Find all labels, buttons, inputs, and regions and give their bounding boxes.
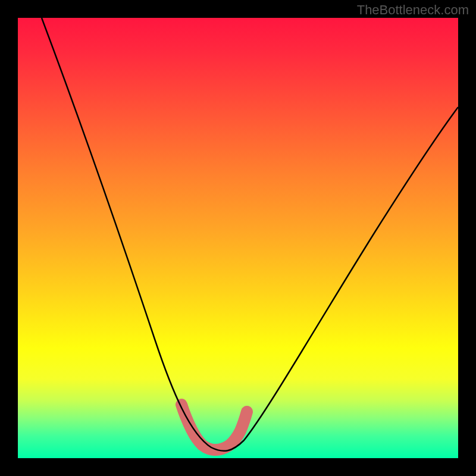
chart-frame: TheBottleneck.com <box>0 0 476 476</box>
attribution-text: TheBottleneck.com <box>357 2 469 18</box>
plot-area <box>18 18 458 458</box>
bottleneck-curve <box>42 18 458 451</box>
curve-layer <box>18 18 458 458</box>
bottom-highlight <box>181 405 247 450</box>
